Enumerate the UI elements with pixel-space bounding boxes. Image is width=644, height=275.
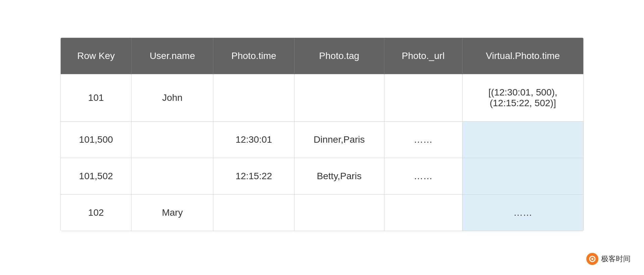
svg-point-2 (591, 258, 593, 260)
row-101-tag (294, 74, 384, 121)
row-101500-key: 101,500 (61, 121, 131, 158)
row-102-url (384, 194, 462, 231)
table-body: 101John[(12:30:01, 500),(12:15:22, 502)]… (61, 74, 583, 231)
column-header-row-key: Row Key (61, 38, 131, 74)
table-row: 101,50012:30:01Dinner,Paris…… (61, 121, 583, 158)
data-table: Row KeyUser.namePhoto.timePhoto.tagPhoto… (61, 38, 583, 231)
row-101502-time: 12:15:22 (213, 158, 294, 194)
row-101502-name (131, 158, 213, 194)
row-101502-url: …… (384, 158, 462, 194)
row-101502-virtual (462, 158, 583, 194)
column-header-virtual-photo-time: Virtual.Photo.time (462, 38, 583, 74)
brand-logo-icon (586, 253, 598, 265)
table-row: 101,50212:15:22Betty,Paris…… (61, 158, 583, 194)
row-102-time (213, 194, 294, 231)
column-header-photo-tag: Photo.tag (294, 38, 384, 74)
row-101500-tag: Dinner,Paris (294, 121, 384, 158)
row-101500-name (131, 121, 213, 158)
column-header-photo-url: Photo._url (384, 38, 462, 74)
row-101-name: John (131, 74, 213, 121)
row-101500-virtual (462, 121, 583, 158)
row-102-virtual: …… (462, 194, 583, 231)
column-header-user-name: User.name (131, 38, 213, 74)
row-101500-url: …… (384, 121, 462, 158)
row-102-name: Mary (131, 194, 213, 231)
row-101502-tag: Betty,Paris (294, 158, 384, 194)
row-102-key: 102 (61, 194, 131, 231)
watermark: 极客时间 (586, 253, 631, 265)
row-101-key: 101 (61, 74, 131, 121)
row-101-time (213, 74, 294, 121)
table-header-row: Row KeyUser.namePhoto.timePhoto.tagPhoto… (61, 38, 583, 74)
row-101502-key: 101,502 (61, 158, 131, 194)
row-101500-time: 12:30:01 (213, 121, 294, 158)
table-row: 102Mary…… (61, 194, 583, 231)
row-101-virtual: [(12:30:01, 500),(12:15:22, 502)] (462, 74, 583, 121)
column-header-photo-time: Photo.time (213, 38, 294, 74)
table-row: 101John[(12:30:01, 500),(12:15:22, 502)] (61, 74, 583, 121)
main-table-container: Row KeyUser.namePhoto.timePhoto.tagPhoto… (60, 38, 584, 231)
row-102-tag (294, 194, 384, 231)
row-101-url (384, 74, 462, 121)
brand-name: 极客时间 (601, 254, 631, 264)
